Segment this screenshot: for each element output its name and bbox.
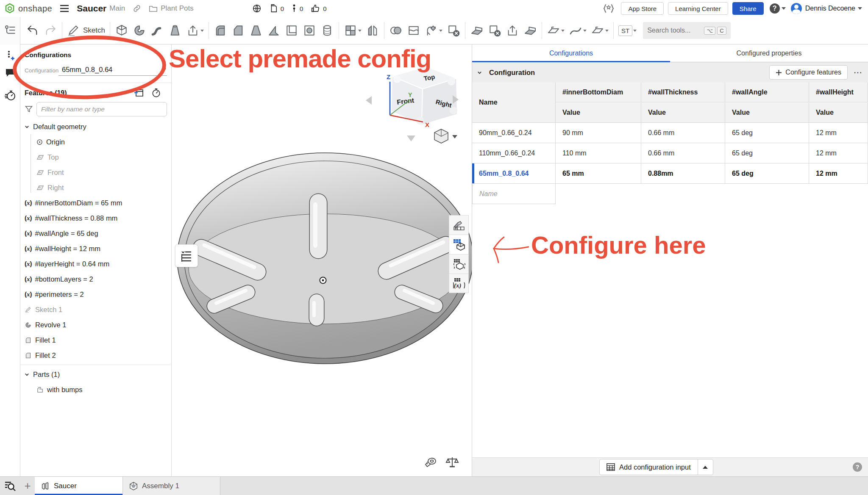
loft-button[interactable] (166, 24, 184, 37)
tape-measure-icon[interactable] (424, 456, 438, 469)
thicken-caret-icon[interactable] (200, 30, 204, 32)
tree-item-fillet1[interactable]: Fillet 1 (20, 332, 171, 348)
configurations-panel-button[interactable] (449, 235, 469, 254)
search-tools-box[interactable]: ⌥ C (643, 22, 730, 39)
tree-item-sketch1[interactable]: Sketch 1 (20, 302, 171, 317)
config-cell[interactable]: 0.88mm (641, 163, 725, 184)
sweep-button[interactable] (148, 24, 166, 37)
rotate-down-arrow[interactable] (407, 136, 415, 141)
mass-properties-icon[interactable] (445, 456, 459, 469)
add-tab-button[interactable]: + (20, 477, 35, 495)
onshape-logo[interactable]: onshape (4, 3, 52, 14)
comments-panel-button[interactable] (0, 64, 20, 81)
plane-button[interactable] (545, 24, 567, 37)
column-header-param[interactable]: #wallThickness (641, 83, 725, 102)
add-folder-icon[interactable] (134, 88, 145, 97)
tree-item-front-plane[interactable]: Front (20, 165, 171, 180)
tab-configured-properties[interactable]: Configured properties (670, 44, 868, 62)
curve-button[interactable] (567, 24, 589, 37)
likes-counter[interactable]: 0 (311, 4, 326, 13)
configure-features-button[interactable]: Configure features (769, 65, 848, 80)
help-menu-button[interactable]: ? (770, 3, 780, 14)
delete-part-button[interactable] (445, 24, 462, 37)
tab-assembly-1[interactable]: Assembly 1 (123, 477, 220, 495)
surface-caret-icon[interactable] (605, 30, 609, 32)
modify-fillet-caret-icon[interactable] (439, 30, 442, 32)
cylinder-button[interactable] (318, 24, 336, 37)
workspace-name[interactable]: Main (109, 4, 125, 13)
st-caret-icon[interactable] (633, 30, 637, 32)
config-cell[interactable]: 65 mm (556, 163, 641, 184)
tree-item-top-plane[interactable]: Top (20, 149, 171, 165)
config-cell[interactable]: 90 mm (556, 123, 641, 143)
sketch-button[interactable]: Sketch (65, 24, 107, 37)
add-input-caret-button[interactable] (698, 459, 713, 475)
folder-breadcrumb[interactable]: Plant Pots (149, 4, 194, 13)
tree-item-variable[interactable]: (x)#wallThickness = 0.88 mm (20, 210, 171, 226)
rotate-left-arrow[interactable] (366, 96, 372, 105)
tab-configurations[interactable]: Configurations (472, 44, 670, 62)
appearance-panel-button[interactable] (449, 215, 469, 235)
config-cell[interactable]: 110 mm (556, 143, 641, 163)
split-button[interactable] (405, 24, 423, 37)
tree-item-variable[interactable]: (x)#innerBottomDiam = 65 mm (20, 195, 171, 210)
share-button[interactable]: Share (732, 2, 764, 15)
add-configuration-input-button[interactable]: Add configuration input (599, 459, 713, 475)
tree-item-origin[interactable]: Origin (20, 134, 171, 149)
revolve-button[interactable] (131, 24, 148, 37)
custom-feature-button[interactable]: ST (616, 25, 639, 36)
linear-pattern-button[interactable] (342, 24, 364, 37)
collapse-feature-list-button[interactable] (175, 244, 198, 267)
shell-button[interactable] (283, 24, 300, 37)
tree-item-parts-group[interactable]: Parts (1) (20, 367, 171, 382)
tree-item-revolve1[interactable]: Revolve 1 (20, 317, 171, 332)
saucer-3d-model[interactable] (174, 150, 476, 472)
redo-button[interactable] (42, 24, 59, 37)
user-menu-caret-icon[interactable] (858, 7, 862, 10)
search-tools-input[interactable] (647, 27, 702, 34)
curve-caret-icon[interactable] (583, 30, 587, 32)
column-header-param[interactable]: #wallAngle (725, 83, 809, 102)
tree-item-variable[interactable]: (x)#perimeters = 2 (20, 287, 171, 302)
config-row-name-selected[interactable]: 65mm_0.8_0.64 (472, 163, 556, 184)
extrude-button[interactable] (113, 24, 131, 37)
config-cell[interactable]: 65 deg (725, 163, 809, 184)
section-chevron-icon[interactable] (477, 70, 482, 75)
search-tabs-button[interactable] (0, 477, 20, 495)
config-cell[interactable]: 12 mm (809, 143, 868, 163)
versions-counter[interactable]: 0 (292, 3, 303, 14)
history-panel-button[interactable] (0, 87, 20, 104)
config-row-name[interactable]: 90mm_0.66_0.24 (472, 123, 556, 143)
pattern-caret-icon[interactable] (358, 30, 362, 32)
versions-panel-button[interactable] (0, 47, 20, 64)
configured-features-panel-button[interactable] (449, 254, 469, 274)
copies-counter[interactable]: 0 (269, 4, 284, 13)
configuration-dropdown[interactable]: 65mm_0.8_0.64 (58, 65, 167, 76)
tree-item-variable[interactable]: (x)#layerHeight = 0.64 mm (20, 256, 171, 271)
mirror-button[interactable] (364, 24, 381, 37)
feature-list-toggle[interactable] (0, 17, 20, 44)
rollback-stopwatch-icon[interactable] (151, 88, 161, 98)
config-cell[interactable]: 12 mm (809, 163, 868, 184)
tree-item-fillet2[interactable]: Fillet 2 (20, 348, 171, 363)
filter-funnel-icon[interactable] (25, 105, 33, 113)
draft-button[interactable] (247, 24, 265, 37)
column-header-param[interactable]: #wallHeight (809, 83, 868, 102)
rib-button[interactable] (265, 24, 283, 37)
learning-center-button[interactable]: Learning Center (668, 2, 728, 15)
chamfer-button[interactable] (229, 24, 247, 37)
tree-item-right-plane[interactable]: Right (20, 180, 171, 195)
panel-help-button[interactable]: ? (853, 462, 862, 472)
public-globe-button[interactable] (252, 4, 262, 13)
avatar[interactable] (791, 3, 802, 14)
dev-api-button[interactable] (603, 3, 614, 14)
config-cell[interactable]: 65 deg (725, 143, 809, 163)
modify-fillet-button[interactable] (423, 24, 445, 37)
surface-button[interactable] (589, 24, 611, 37)
tab-saucer[interactable]: Saucer (35, 477, 123, 495)
graphics-viewport[interactable]: Top Front Right Z X Y (172, 44, 472, 476)
config-cell[interactable]: 12 mm (809, 123, 868, 143)
hole-button[interactable] (300, 24, 318, 37)
configured-variables-panel-button[interactable]: (x) (449, 274, 469, 293)
share-link-button[interactable] (133, 4, 141, 13)
